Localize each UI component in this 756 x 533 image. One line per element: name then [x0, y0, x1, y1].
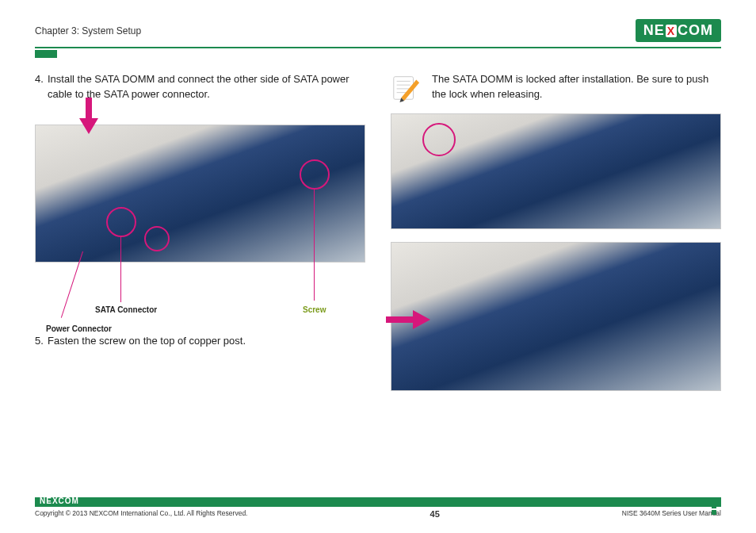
svg-rect-0 [86, 98, 92, 120]
page-footer: NEXCOM Copyright © 2013 NEXCOM Internati… [35, 497, 721, 519]
footer-brand: NEXCOM [40, 497, 79, 505]
step-5: 5. Fasten the screw on the top of copper… [35, 334, 365, 349]
leader-line [120, 237, 121, 302]
chapter-title: Chapter 3: System Setup [35, 25, 141, 36]
callout-screw [300, 159, 330, 190]
callout-sata-connector [106, 207, 136, 237]
svg-marker-1 [79, 118, 98, 134]
header-divider [35, 47, 721, 48]
page-number: 45 [430, 509, 440, 519]
photo-assembled-board [391, 242, 721, 391]
svg-marker-10 [413, 310, 430, 329]
photo-sata-install [35, 125, 365, 263]
section-tab [35, 50, 57, 58]
arrow-down-icon [78, 98, 100, 134]
note-block: The SATA DOMM is locked after installati… [391, 72, 721, 102]
document-title: NISE 3640M Series User Manual [622, 509, 721, 519]
copyright-text: Copyright © 2013 NEXCOM International Co… [35, 509, 247, 519]
brand-logo: NEXCOM [636, 19, 721, 42]
figure-1: SATA Connector Power Connector Screw [35, 125, 365, 263]
footer-ornament-icon [710, 497, 721, 508]
brand-right: COM [678, 22, 713, 39]
note-text: The SATA DOMM is locked after installati… [432, 72, 721, 102]
figure-3 [391, 242, 721, 391]
brand-x: X [666, 25, 677, 37]
callout-power-connector [144, 226, 170, 251]
step-number: 4. [35, 72, 48, 102]
brand-left: NE [643, 22, 665, 39]
label-screw: Screw [303, 305, 326, 314]
step-text: Fasten the screw on the top of copper po… [48, 334, 365, 349]
figure-2 [391, 113, 721, 229]
step-number: 5. [35, 334, 48, 349]
pencil-note-icon [391, 72, 421, 102]
leader-line [314, 190, 315, 301]
label-sata-connector: SATA Connector [95, 305, 157, 314]
svg-rect-9 [386, 316, 414, 323]
arrow-right-icon [386, 309, 430, 331]
label-power-connector: Power Connector [46, 324, 112, 333]
callout-lock [422, 123, 456, 156]
